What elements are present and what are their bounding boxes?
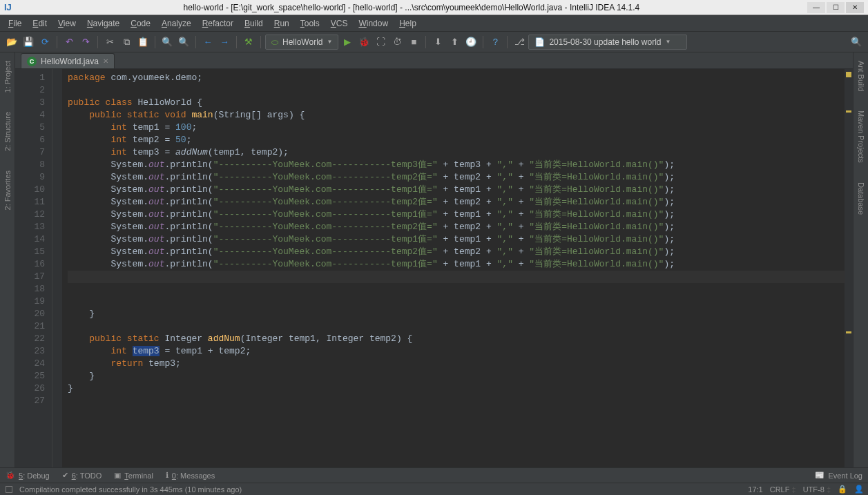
toolwindow-ant-build[interactable]: Ant Build	[857, 58, 865, 94]
build-icon[interactable]: ⚒	[241, 35, 256, 50]
toolwindow-toggle-icon[interactable]	[6, 486, 12, 493]
titlebar: IJ hello-world - [E:\git_work_space\hell…	[0, 0, 868, 15]
refresh-icon[interactable]: ⟳	[37, 35, 52, 50]
toolwindow--favorites[interactable]: 2: Favorites	[3, 168, 12, 213]
search-everywhere-icon[interactable]: 🔍	[849, 35, 864, 50]
right-toolwindow-bar: Ant BuildMaven ProjectsDatabase	[853, 52, 868, 467]
status-bar: Compilation completed successfully in 3s…	[0, 483, 868, 495]
bottom-tab--todo[interactable]: ✔6: TODO	[62, 471, 102, 480]
lock-icon[interactable]: 🔒	[838, 485, 847, 494]
menu-refactor[interactable]: Refactor	[198, 17, 238, 30]
editor-tab[interactable]: C HelloWorld.java ✕	[21, 53, 115, 68]
menu-vcs[interactable]: VCS	[327, 17, 352, 30]
code-text[interactable]: package com.youmeek.demo; public class H…	[62, 69, 853, 467]
run-config-selector[interactable]: ⬭ HelloWorld ▼	[265, 35, 338, 50]
editor-scrollbar[interactable]	[845, 69, 853, 467]
menu-tools[interactable]: Tools	[296, 17, 324, 30]
menu-code[interactable]: Code	[126, 17, 155, 30]
app-logo-icon: IJ	[4, 2, 12, 12]
close-tab-icon[interactable]: ✕	[103, 57, 108, 65]
debug-icon[interactable]: 🐞	[356, 35, 372, 50]
menu-help[interactable]: Help	[395, 17, 421, 30]
undo-icon[interactable]: ↶	[61, 35, 77, 50]
git-branch-icon[interactable]: ⎇	[512, 35, 527, 50]
run-config-label: HelloWorld	[282, 37, 322, 47]
class-file-icon: C	[27, 57, 37, 66]
menu-window[interactable]: Window	[354, 17, 392, 30]
menu-run[interactable]: Run	[270, 17, 293, 30]
menu-analyze[interactable]: Analyze	[157, 17, 195, 30]
run-icon[interactable]: ▶	[340, 35, 355, 50]
bottom-tab--debug[interactable]: 🐞5: Debug	[6, 471, 50, 480]
window-title: hello-world - [E:\git_work_space\hello-w…	[16, 3, 807, 12]
dropdown-icon: ▼	[666, 39, 671, 45]
line-number-gutter: 1234567891011121314151617181920212223242…	[15, 69, 52, 467]
cut-icon[interactable]: ✂	[102, 35, 117, 50]
toolwindow--structure[interactable]: 2: Structure	[3, 109, 12, 154]
copy-icon[interactable]: ⧉	[119, 35, 134, 50]
bottom-tab-icon: ✔	[62, 471, 68, 480]
gutter-mark-icon	[846, 331, 851, 333]
menu-edit[interactable]: Edit	[28, 17, 51, 30]
gutter-mark-icon	[846, 110, 851, 113]
editor-tab-row: C HelloWorld.java ✕	[15, 52, 853, 69]
help-icon[interactable]: ?	[488, 35, 503, 50]
window-close-button[interactable]: ✕	[846, 2, 864, 13]
forward-icon[interactable]: →	[217, 35, 232, 50]
toolwindow-database[interactable]: Database	[857, 179, 865, 217]
stop-icon[interactable]: ■	[406, 35, 421, 50]
window-minimize-button[interactable]: —	[807, 2, 825, 13]
event-log-icon: 📰	[815, 471, 824, 480]
vcs-history-icon[interactable]: 🕘	[463, 35, 479, 50]
bottom-tab-icon: 🐞	[6, 471, 15, 480]
editor-tab-label: HelloWorld.java	[41, 57, 99, 66]
caret-position[interactable]: 17:1	[748, 485, 762, 494]
replace-icon[interactable]: 🔍	[176, 35, 191, 50]
toolwindow-maven-projects[interactable]: Maven Projects	[857, 108, 865, 166]
inspector-icon[interactable]: 👤	[854, 485, 864, 494]
left-toolwindow-bar: 1: Project2: Structure2: Favorites	[0, 52, 15, 467]
vcs-update-icon[interactable]: ⬇	[430, 35, 445, 50]
status-message: Compilation completed successfully in 3s…	[19, 485, 741, 494]
menu-navigate[interactable]: Navigate	[83, 17, 124, 30]
git-commit-label: 2015-08-30 update hello world	[549, 37, 661, 47]
dropdown-icon: ▼	[327, 39, 332, 45]
coverage-icon[interactable]: ⛶	[373, 35, 388, 50]
profile-icon[interactable]: ⏱	[389, 35, 405, 50]
fold-gutter[interactable]	[52, 69, 62, 467]
git-commit-selector[interactable]: 📄 2015-08-30 update hello world ▼	[528, 35, 687, 50]
window-maximize-button[interactable]: ☐	[827, 2, 845, 13]
run-config-icon: ⬭	[271, 37, 278, 47]
menu-view[interactable]: View	[54, 17, 80, 30]
paste-icon[interactable]: 📋	[135, 35, 151, 50]
line-separator[interactable]: CRLF ‡	[770, 485, 796, 494]
git-doc-icon: 📄	[534, 37, 545, 47]
warning-marker-icon	[846, 72, 851, 77]
code-editor[interactable]: 1234567891011121314151617181920212223242…	[15, 69, 853, 467]
find-icon[interactable]: 🔍	[160, 35, 175, 50]
redo-icon[interactable]: ↷	[78, 35, 93, 50]
toolwindow--project[interactable]: 1: Project	[3, 58, 12, 95]
vcs-commit-icon[interactable]: ⬆	[447, 35, 462, 50]
bottom-tab-icon: ▣	[114, 471, 121, 480]
bottom-toolwindow-bar: 🐞5: Debug✔6: TODO▣Terminalℹ0: Messages📰E…	[0, 467, 868, 483]
bottom-tab-terminal[interactable]: ▣Terminal	[114, 471, 153, 480]
open-icon[interactable]: 📂	[4, 35, 19, 50]
menubar: FileEditViewNavigateCodeAnalyzeRefactorB…	[0, 15, 868, 32]
save-icon[interactable]: 💾	[21, 35, 36, 50]
bottom-tab--messages[interactable]: ℹ0: Messages	[166, 471, 215, 480]
event-log-tab[interactable]: 📰Event Log	[815, 471, 862, 480]
back-icon[interactable]: ←	[200, 35, 215, 50]
bottom-tab-icon: ℹ	[166, 471, 168, 480]
menu-build[interactable]: Build	[240, 17, 267, 30]
file-encoding[interactable]: UTF-8 ‡	[803, 485, 831, 494]
toolbar: 📂 💾 ⟳ ↶ ↷ ✂ ⧉ 📋 🔍 🔍 ← → ⚒ ⬭ HelloWorld ▼…	[0, 32, 868, 52]
menu-file[interactable]: File	[4, 17, 26, 30]
